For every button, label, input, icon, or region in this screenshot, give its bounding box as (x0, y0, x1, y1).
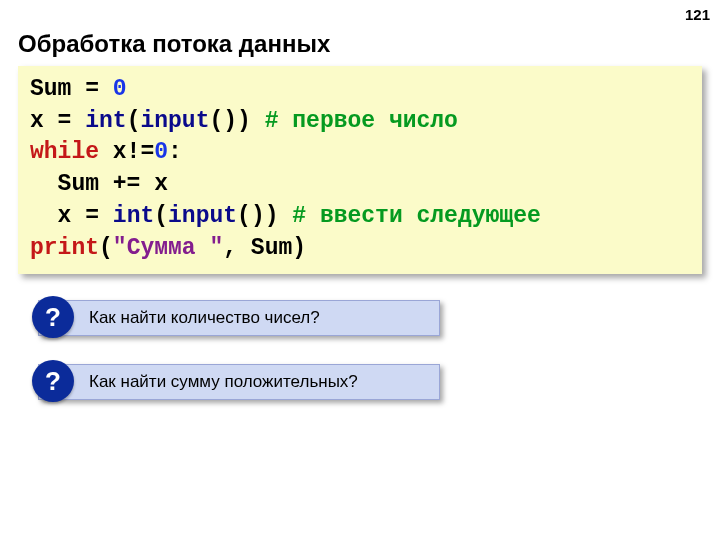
code-text: Sum += x (30, 171, 168, 197)
code-func: int (113, 203, 154, 229)
code-text: x!= (99, 139, 154, 165)
question-box-2: Как найти сумму положительных? (38, 364, 440, 400)
code-text: ( (99, 235, 113, 261)
code-text: ()) (237, 203, 292, 229)
code-line-1: Sum = 0 (30, 74, 690, 106)
question-text: Как найти количество чисел? (89, 308, 320, 328)
question-mark-icon: ? (32, 360, 74, 402)
question-box-1: Как найти количество чисел? (38, 300, 440, 336)
code-func: input (140, 108, 209, 134)
code-line-2: x = int(input()) # первое число (30, 106, 690, 138)
question-text: Как найти сумму положительных? (89, 372, 358, 392)
question-mark-icon: ? (32, 296, 74, 338)
code-comment: # ввести следующее (292, 203, 540, 229)
code-number: 0 (154, 139, 168, 165)
code-text: ( (127, 108, 141, 134)
code-keyword: print (30, 235, 99, 261)
code-text: ( (154, 203, 168, 229)
question-row-2: ? Как найти сумму положительных? (38, 364, 440, 400)
page-number: 121 (685, 6, 710, 23)
code-number: 0 (113, 76, 127, 102)
code-line-5: x = int(input()) # ввести следующее (30, 201, 690, 233)
code-text: : (168, 139, 182, 165)
code-string: "Сумма " (113, 235, 223, 261)
code-text: , Sum) (223, 235, 306, 261)
code-keyword: while (30, 139, 99, 165)
code-func: int (85, 108, 126, 134)
code-text: x = (30, 108, 85, 134)
code-text: Sum = (30, 76, 113, 102)
code-func: input (168, 203, 237, 229)
code-text: ()) (209, 108, 264, 134)
question-row-1: ? Как найти количество чисел? (38, 300, 440, 336)
code-line-6: print("Сумма ", Sum) (30, 233, 690, 265)
code-line-4: Sum += x (30, 169, 690, 201)
page-title: Обработка потока данных (18, 30, 330, 58)
code-comment: # первое число (265, 108, 458, 134)
code-text: x = (30, 203, 113, 229)
code-block: Sum = 0 x = int(input()) # первое число … (18, 66, 702, 274)
code-line-3: while x!=0: (30, 137, 690, 169)
